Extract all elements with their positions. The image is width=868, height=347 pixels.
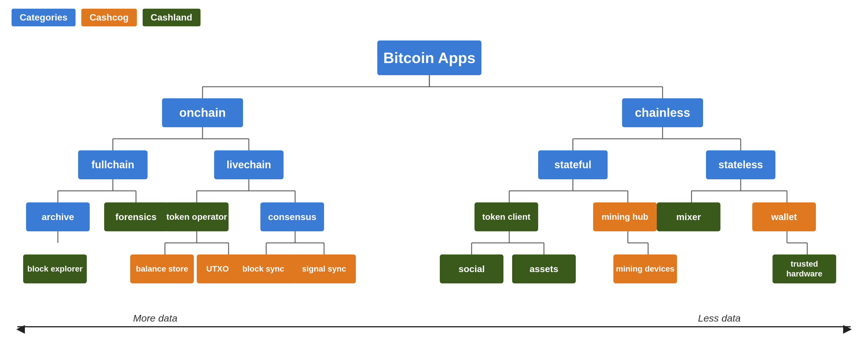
node-stateful: stateful: [538, 150, 608, 179]
node-assets: assets: [512, 254, 576, 283]
arrow-right-head: [843, 325, 852, 334]
legend: Categories Cashcog Cashland: [11, 9, 200, 26]
node-signal-sync: signal sync: [292, 254, 356, 283]
more-data-label: More data: [133, 313, 177, 324]
node-forensics: forensics: [104, 202, 168, 231]
node-social: social: [440, 254, 503, 283]
node-bitcoin-apps: Bitcoin Apps: [377, 40, 482, 75]
node-fullchain: fullchain: [78, 150, 148, 179]
node-stateless: stateless: [706, 150, 775, 179]
legend-cashcog: Cashcog: [81, 9, 136, 26]
node-balance-store: balance store: [130, 254, 194, 283]
legend-categories: Categories: [11, 9, 75, 26]
node-archive: archive: [26, 202, 90, 231]
node-consensus: consensus: [260, 202, 324, 231]
node-block-sync: block sync: [231, 254, 295, 283]
node-token-operator: token operator: [165, 202, 228, 231]
node-mining-hub: mining hub: [593, 202, 657, 231]
arrow-line: [18, 326, 850, 327]
node-livechain: livechain: [214, 150, 283, 179]
node-block-explorer: block explorer: [23, 254, 87, 283]
less-data-label: Less data: [698, 313, 741, 324]
node-wallet: wallet: [752, 202, 816, 231]
legend-cashland: Cashland: [143, 9, 200, 26]
arrow-left-head: [16, 325, 25, 334]
node-token-client: token client: [474, 202, 538, 231]
node-mining-devices: mining devices: [613, 254, 677, 283]
node-onchain: onchain: [162, 98, 243, 127]
node-trusted-hardware: trusted hardware: [773, 254, 836, 283]
node-chainless: chainless: [622, 98, 703, 127]
node-mixer: mixer: [657, 202, 720, 231]
